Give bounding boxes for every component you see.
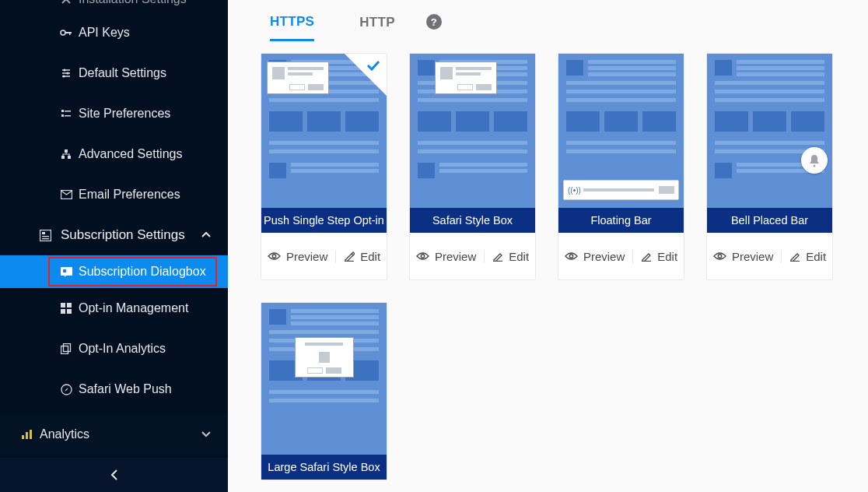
edit-button[interactable]: Edit xyxy=(781,250,826,263)
sidebar-item-opt-in-analytics[interactable]: Opt-In Analytics xyxy=(0,329,228,369)
tab-http[interactable]: HTTP xyxy=(359,4,395,40)
sidebar-item-safari-web-push[interactable]: Safari Web Push xyxy=(0,369,228,409)
sliders-icon xyxy=(60,67,72,79)
tab-https[interactable]: HTTPS xyxy=(270,3,314,41)
svg-rect-11 xyxy=(61,156,65,159)
sidebar-item-advanced-settings[interactable]: Advanced Settings xyxy=(0,134,228,174)
svg-rect-8 xyxy=(61,114,64,117)
edit-button[interactable]: Edit xyxy=(335,250,380,263)
dialogbox-icon xyxy=(60,265,72,278)
svg-rect-19 xyxy=(63,269,66,272)
preview-button[interactable]: Preview xyxy=(268,250,327,263)
layout-icon xyxy=(39,229,51,241)
dialog-style-cards: Push Single Step Opt-in Preview Edit xyxy=(261,53,851,480)
chevron-left-icon xyxy=(110,469,118,480)
sidebar-section-subscription-settings[interactable]: Subscription Settings xyxy=(0,215,228,255)
sidebar-item-label: Installation Settings xyxy=(79,0,187,6)
svg-rect-28 xyxy=(26,432,28,439)
card-thumbnail xyxy=(410,54,535,208)
pencil-icon xyxy=(641,251,652,262)
sidebar-item-label: API Keys xyxy=(79,26,130,40)
svg-rect-25 xyxy=(64,344,71,352)
help-icon[interactable]: ? xyxy=(426,14,442,30)
svg-rect-29 xyxy=(30,430,32,439)
sidebar-item-installation-settings[interactable]: Installation Settings xyxy=(0,0,228,12)
action-label: Preview xyxy=(583,250,625,263)
sidebar-item-site-preferences[interactable]: Site Preferences xyxy=(0,93,228,134)
preview-button[interactable]: Preview xyxy=(416,250,476,263)
svg-point-3 xyxy=(63,69,65,71)
sidebar-item-label: Site Preferences xyxy=(79,107,170,121)
bell-icon xyxy=(801,147,828,174)
copy-icon xyxy=(60,343,72,355)
card-large-safari-style-box[interactable]: Large Safari Style Box xyxy=(261,302,387,480)
pencil-icon xyxy=(344,251,355,262)
svg-point-32 xyxy=(421,255,424,258)
action-label: Edit xyxy=(509,250,529,263)
sidebar-item-label: Advanced Settings xyxy=(79,147,182,161)
svg-rect-14 xyxy=(40,230,51,241)
close-icon xyxy=(60,0,72,5)
sidebar-item-opt-in-management[interactable]: Opt-in Management xyxy=(0,288,228,329)
card-thumbnail: ((•)) xyxy=(558,54,684,208)
svg-rect-20 xyxy=(61,303,65,308)
card-push-single-step[interactable]: Push Single Step Opt-in Preview Edit xyxy=(261,53,387,280)
chevron-down-icon xyxy=(201,431,211,438)
sidebar-item-label: Opt-in Management xyxy=(79,301,188,315)
pencil-icon xyxy=(492,251,503,262)
chevron-up-icon xyxy=(201,232,211,238)
action-label: Edit xyxy=(657,250,677,263)
check-icon xyxy=(366,60,380,71)
hierarchy-icon xyxy=(60,148,72,160)
sidebar-section-analytics[interactable]: Analytics xyxy=(0,414,228,455)
svg-rect-23 xyxy=(67,309,72,314)
sidebar-collapse-button[interactable] xyxy=(0,458,228,492)
preview-button[interactable]: Preview xyxy=(713,250,773,263)
key-icon xyxy=(60,26,72,39)
svg-point-30 xyxy=(272,255,275,258)
action-label: Edit xyxy=(806,250,826,263)
card-title: Safari Style Box xyxy=(410,208,535,233)
compass-icon xyxy=(60,383,72,395)
svg-point-34 xyxy=(569,255,572,258)
floating-bar-preview: ((•)) xyxy=(563,180,679,200)
protocol-tabs: HTTPS HTTP ? xyxy=(261,0,851,44)
eye-icon xyxy=(713,251,726,261)
svg-rect-6 xyxy=(61,110,64,112)
svg-rect-15 xyxy=(42,232,45,234)
action-label: Preview xyxy=(732,250,773,263)
svg-rect-27 xyxy=(22,435,24,439)
edit-button[interactable]: Edit xyxy=(632,250,677,263)
eye-icon xyxy=(565,251,578,261)
eye-icon xyxy=(416,251,429,261)
card-floating-bar[interactable]: ((•)) Floating Bar Preview Edit xyxy=(558,53,684,280)
card-thumbnail xyxy=(261,54,387,208)
card-safari-style-box[interactable]: Safari Style Box Preview Edit xyxy=(409,53,536,280)
sidebar-section-label: Analytics xyxy=(40,427,89,441)
card-title: Bell Placed Bar xyxy=(707,208,832,233)
sidebar: Installation Settings API Keys Default S… xyxy=(0,0,228,492)
sidebar-item-subscription-dialogbox[interactable]: Subscription Dialogbox xyxy=(0,255,228,288)
large-dialog-preview xyxy=(295,337,354,378)
card-title: Push Single Step Opt-in xyxy=(261,208,387,233)
svg-rect-17 xyxy=(42,238,49,239)
svg-rect-10 xyxy=(65,149,68,153)
sidebar-item-api-keys[interactable]: API Keys xyxy=(0,12,228,53)
pencil-icon xyxy=(789,251,800,262)
sidebar-item-label: Subscription Dialogbox xyxy=(79,265,206,279)
card-bell-placed-bar[interactable]: Bell Placed Bar Preview Edit xyxy=(706,53,833,280)
mail-icon xyxy=(60,188,72,201)
svg-rect-22 xyxy=(61,309,65,314)
svg-rect-7 xyxy=(65,111,71,112)
sidebar-item-email-preferences[interactable]: Email Preferences xyxy=(0,174,228,215)
action-label: Preview xyxy=(286,250,327,263)
svg-rect-21 xyxy=(67,303,72,308)
preview-button[interactable]: Preview xyxy=(565,250,625,263)
grid-icon xyxy=(60,302,72,315)
svg-point-37 xyxy=(718,255,721,258)
sidebar-item-default-settings[interactable]: Default Settings xyxy=(0,53,228,93)
card-actions: Preview Edit xyxy=(558,233,684,279)
edit-button[interactable]: Edit xyxy=(484,250,529,263)
card-actions: Preview Edit xyxy=(707,233,832,279)
svg-rect-24 xyxy=(61,346,68,354)
